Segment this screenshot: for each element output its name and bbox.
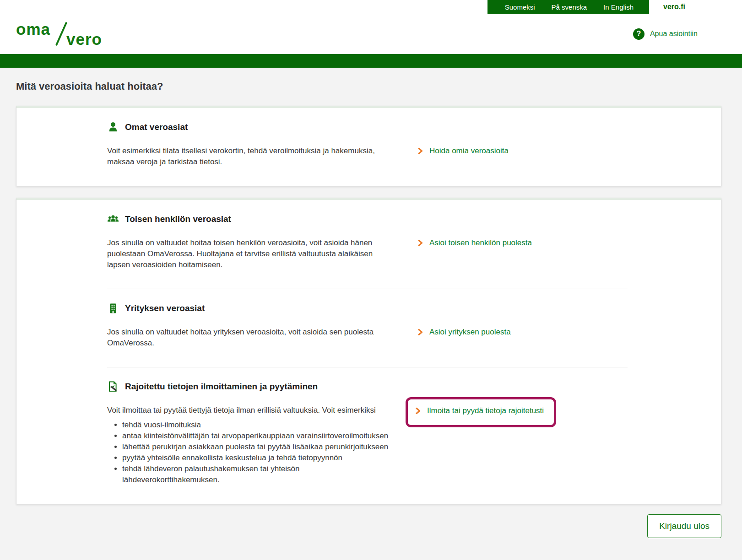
help-link-label: Apua asiointiin	[650, 30, 698, 38]
chevron-right-icon	[418, 148, 423, 154]
section-description: Jos sinulla on valtuudet hoitaa toisen h…	[107, 237, 392, 270]
section-toisen-henkilon-veroasiat: Toisen henkilön veroasiat Jos sinulla on…	[16, 200, 721, 289]
language-strip: Suomeksi På svenska In English	[487, 0, 649, 14]
list-item: lähettää perukirjan asiakkaan puolesta t…	[122, 442, 392, 452]
section-rajoitettu-ilmoittaminen: Rajoitettu tietojen ilmoittaminen ja pyy…	[16, 367, 721, 504]
header: oma vero ? Apua asiointiin	[0, 14, 742, 54]
question-mark-icon: ?	[633, 28, 645, 40]
logout-row: Kirjaudu ulos	[16, 514, 721, 538]
main-content: Mitä veroasioita haluat hoitaa? Omat ver…	[0, 68, 742, 538]
section-heading: Toisen henkilön veroasiat	[125, 214, 231, 224]
link-label: Hoida omia veroasioita	[429, 145, 509, 156]
help-link[interactable]: ? Apua asiointiin	[633, 28, 698, 40]
green-accent-band	[0, 54, 742, 68]
list-item: tehdä vuosi-ilmoituksia	[122, 420, 392, 431]
language-link-suomeksi[interactable]: Suomeksi	[505, 3, 535, 11]
list-item: tehdä lähdeveron palautushakemuksen tai …	[122, 463, 392, 485]
logo-slash-icon	[55, 22, 67, 46]
section-yrityksen-veroasiat: Yrityksen veroasiat Jos sinulla on valtu…	[16, 289, 721, 367]
section-description: Jos sinulla on valtuudet hoitaa yritykse…	[107, 327, 392, 349]
highlight-ring: Ilmoita tai pyydä tietoja rajoitetusti	[406, 397, 556, 427]
people-icon	[107, 213, 119, 225]
link-asioi-yrityksen-puolesta[interactable]: Asioi yrityksen puolesta	[418, 327, 511, 338]
chevron-right-icon	[418, 329, 423, 335]
language-link-in-english[interactable]: In English	[603, 3, 634, 11]
section-description: Voit esimerkiksi tilata itsellesi veroko…	[107, 145, 392, 167]
card-muut-veroasiat: Toisen henkilön veroasiat Jos sinulla on…	[16, 198, 721, 504]
language-link-pa-svenska[interactable]: På svenska	[552, 3, 587, 11]
document-pencil-icon	[107, 381, 119, 393]
list-item: pyytää yhteisölle ennakollista keskustel…	[122, 452, 392, 463]
chevron-right-icon	[418, 240, 423, 246]
section-heading: Omat veroasiat	[125, 122, 188, 132]
logo-text-vero: vero	[66, 30, 102, 48]
link-label: Asioi toisen henkilön puolesta	[429, 237, 532, 248]
omavero-logo[interactable]: oma vero	[16, 19, 103, 48]
verofi-link[interactable]: vero.fi	[663, 0, 685, 14]
page-title: Mitä veroasioita haluat hoitaa?	[16, 81, 721, 92]
top-language-bar: Suomeksi På svenska In English vero.fi	[0, 0, 742, 14]
logout-button[interactable]: Kirjaudu ulos	[647, 514, 721, 538]
example-list: tehdä vuosi-ilmoituksia antaa kiinteistö…	[107, 420, 392, 485]
link-label: Ilmoita tai pyydä tietoja rajoitetusti	[427, 405, 544, 416]
logo-text-oma: oma	[16, 20, 50, 38]
link-asioi-toisen-henkilon-puolesta[interactable]: Asioi toisen henkilön puolesta	[418, 237, 532, 248]
link-label: Asioi yrityksen puolesta	[429, 327, 511, 338]
link-hoida-omia-veroasioita[interactable]: Hoida omia veroasioita	[418, 145, 509, 156]
section-description: Voit ilmoittaa tai pyytää tiettyjä tieto…	[107, 405, 392, 416]
list-item: antaa kiinteistönvälittäjän tai arvopape…	[122, 431, 392, 442]
section-heading: Yrityksen veroasiat	[125, 303, 205, 313]
building-icon	[107, 302, 119, 314]
chevron-right-icon	[416, 408, 421, 414]
section-heading: Rajoitettu tietojen ilmoittaminen ja pyy…	[125, 382, 318, 392]
card-omat-veroasiat: Omat veroasiat Voit esimerkiksi tilata i…	[16, 106, 721, 186]
person-icon	[107, 121, 119, 133]
section-omat-veroasiat: Omat veroasiat Voit esimerkiksi tilata i…	[16, 108, 721, 186]
link-ilmoita-tai-pyyda-tietoja-rajoitetusti[interactable]: Ilmoita tai pyydä tietoja rajoitetusti	[416, 405, 544, 416]
